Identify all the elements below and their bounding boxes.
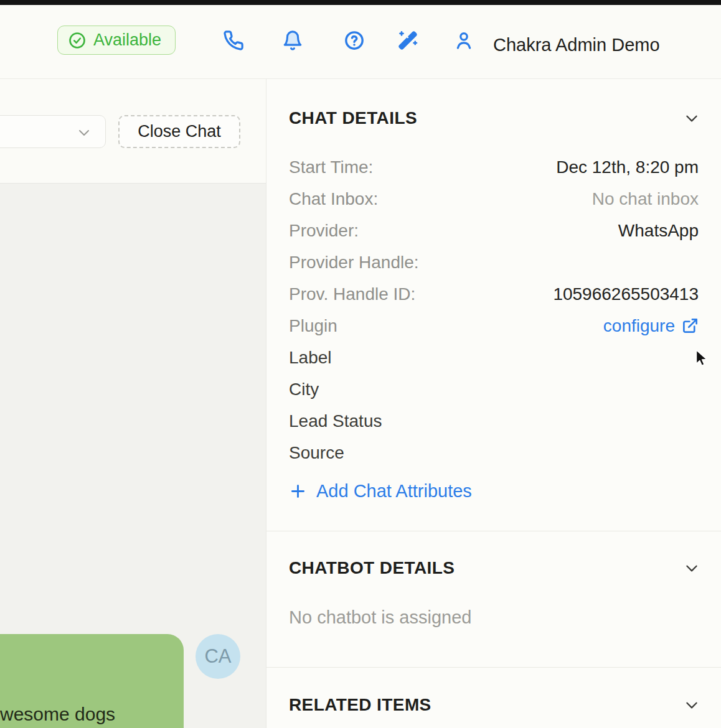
- help-icon[interactable]: [344, 30, 365, 51]
- related-items-title: RELATED ITEMS: [289, 695, 431, 715]
- field-value: No chat inbox: [378, 189, 699, 209]
- account-name[interactable]: Chakra Admin Demo: [493, 35, 660, 55]
- related-items-header[interactable]: RELATED ITEMS: [289, 694, 700, 716]
- chatbot-details-title: CHATBOT DETAILS: [289, 558, 455, 578]
- field-label: Prov. Handle ID:: [289, 284, 415, 304]
- outgoing-message-bubble[interactable]: wesome dogs Delivered 08:20 pm: [0, 634, 184, 728]
- field-label: Provider Handle:: [289, 253, 419, 273]
- chevron-down-icon: [77, 125, 92, 140]
- app-screen: Available: [0, 0, 721, 728]
- chatbot-details-header[interactable]: CHATBOT DETAILS: [289, 557, 700, 579]
- chat-details-title: CHAT DETAILS: [289, 108, 417, 128]
- chevron-down-icon[interactable]: [684, 697, 700, 713]
- chat-pane: Close Chat wesome dogs Delivered 08:20 p…: [0, 79, 266, 728]
- no-chatbot-text: No chatbot is assigned: [289, 607, 471, 628]
- field-value: WhatsApp: [359, 221, 699, 241]
- user-icon[interactable]: [453, 30, 474, 51]
- field-row-label: Label: [289, 342, 699, 373]
- mouse-cursor-icon: [694, 349, 710, 368]
- magic-wand-icon[interactable]: [396, 30, 417, 51]
- details-sidebar: CHAT DETAILS Start Time: Dec 12th, 8:20 …: [266, 79, 721, 728]
- external-link-icon[interactable]: [682, 317, 699, 334]
- chat-details-fields: Start Time: Dec 12th, 8:20 pm Chat Inbox…: [289, 151, 699, 469]
- field-row-provider-handle: Provider Handle:: [289, 246, 699, 278]
- field-row-source: Source: [289, 437, 699, 469]
- chat-actions-row: Close Chat: [0, 79, 266, 184]
- section-divider: [266, 667, 721, 668]
- configure-link[interactable]: configure: [603, 316, 675, 336]
- field-label: Lead Status: [289, 411, 382, 431]
- close-chat-button[interactable]: Close Chat: [118, 115, 240, 148]
- window-top-strip: [0, 0, 721, 5]
- field-label: Chat Inbox:: [289, 189, 378, 209]
- chat-details-header[interactable]: CHAT DETAILS: [289, 107, 700, 129]
- phone-icon[interactable]: [223, 30, 244, 51]
- field-row-lead-status: Lead Status: [289, 405, 699, 437]
- section-divider: [266, 531, 721, 531]
- field-label: Source: [289, 443, 344, 463]
- message-text: wesome dogs: [0, 704, 115, 725]
- check-circle-icon: [68, 31, 87, 50]
- field-label: Provider:: [289, 221, 359, 241]
- chevron-down-icon[interactable]: [684, 110, 700, 126]
- field-label: Plugin: [289, 316, 337, 336]
- field-row-plugin: Plugin configure: [289, 310, 699, 342]
- field-row-city: City: [289, 373, 699, 405]
- availability-status-label: Available: [93, 30, 161, 50]
- field-value: Dec 12th, 8:20 pm: [373, 157, 699, 177]
- field-row-provider: Provider: WhatsApp: [289, 215, 699, 246]
- top-header-bar: Available: [0, 5, 721, 79]
- avatar[interactable]: CA: [196, 634, 240, 679]
- add-chat-attributes-label: Add Chat Attributes: [316, 481, 472, 502]
- field-value: 105966265503413: [415, 284, 699, 304]
- field-row-prov-handle-id: Prov. Handle ID: 105966265503413: [289, 278, 699, 310]
- add-chat-attributes-button[interactable]: Add Chat Attributes: [289, 479, 472, 503]
- field-row-start-time: Start Time: Dec 12th, 8:20 pm: [289, 151, 699, 183]
- field-label: Start Time:: [289, 157, 373, 177]
- assignee-select[interactable]: [0, 115, 106, 148]
- field-row-chat-inbox: Chat Inbox: No chat inbox: [289, 183, 699, 215]
- plus-icon: [289, 482, 307, 500]
- bell-icon[interactable]: [282, 30, 303, 51]
- field-label: City: [289, 380, 319, 399]
- chat-message-area: wesome dogs Delivered 08:20 pm CA: [0, 184, 266, 728]
- availability-status-badge[interactable]: Available: [57, 26, 176, 55]
- chevron-down-icon[interactable]: [684, 560, 700, 576]
- field-label: Label: [289, 348, 332, 368]
